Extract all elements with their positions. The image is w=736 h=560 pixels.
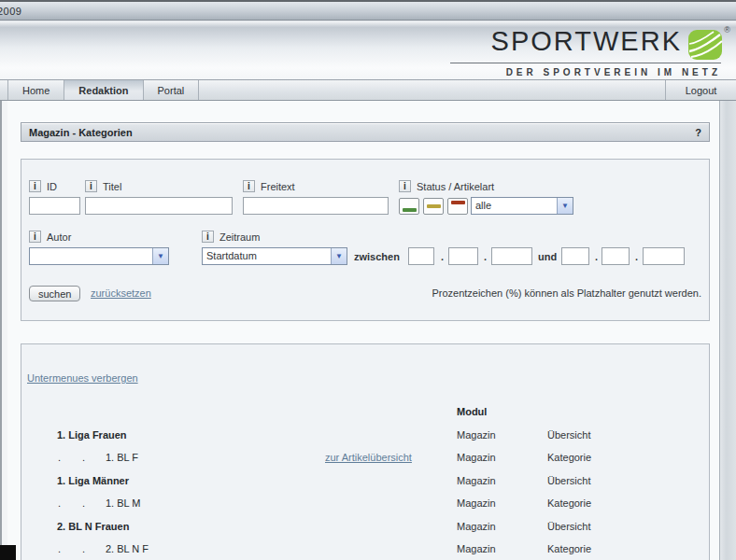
type-cell: Übersicht	[547, 521, 590, 532]
autor-label-group: i Autor	[29, 231, 71, 243]
date-from-day-input[interactable]	[408, 247, 434, 265]
chevron-down-icon: ▼	[152, 248, 168, 264]
date-to-day-input[interactable]	[561, 247, 589, 265]
help-button[interactable]: ?	[695, 127, 701, 138]
brand-tagline: DER SPORTVEREIN IM NETZ	[450, 63, 721, 77]
zuruecksetzen-link[interactable]: zurücksetzen	[91, 287, 151, 299]
zeitraum-label: Zeitraum	[219, 231, 260, 243]
info-icon[interactable]: i	[243, 180, 255, 192]
autor-select-value	[30, 248, 152, 264]
freitext-input[interactable]	[243, 197, 389, 215]
titel-label: Titel	[103, 181, 121, 192]
sub-level-dot: .	[82, 497, 85, 509]
titel-label-group: i Titel	[85, 180, 121, 192]
category-row: 1. Liga FrauenMagazinÜbersicht	[21, 429, 709, 444]
category-row: 2. BL N FrauenMagazinÜbersicht	[21, 521, 709, 536]
red-status-bar-icon	[451, 201, 465, 204]
registered-mark: ®	[724, 25, 730, 35]
date-from-month-input[interactable]	[448, 247, 478, 265]
id-label-group: i ID	[29, 180, 57, 192]
category-row: ..1. BL Fzur ArtikelübersichtMagazinKate…	[21, 452, 709, 467]
tab-portal[interactable]: Portal	[144, 80, 200, 100]
chevron-down-icon: ▼	[331, 248, 347, 264]
search-filter-panel: i ID i Titel i Freitext i Status / Artik…	[21, 159, 710, 321]
tabbar-spacer	[199, 80, 665, 100]
logout-button[interactable]: Logout	[665, 80, 736, 100]
date-dot: .	[595, 251, 598, 262]
modul-cell: Magazin	[457, 497, 496, 509]
category-name: 2. BL N F	[106, 543, 149, 554]
info-icon[interactable]: i	[202, 231, 214, 243]
type-cell: Kategorie	[547, 452, 591, 463]
autor-label: Autor	[47, 231, 71, 243]
id-label: ID	[47, 181, 57, 192]
status-green-toggle[interactable]	[399, 198, 419, 215]
wildcard-hint-text: Prozentzeichen (%) können als Platzhalte…	[432, 287, 701, 299]
zwischen-label: zwischen	[354, 251, 400, 262]
tab-redaktion[interactable]: Redaktion	[64, 80, 143, 100]
info-icon[interactable]: i	[85, 180, 97, 192]
modul-column-header: Modul	[457, 406, 487, 417]
info-icon[interactable]: i	[399, 180, 411, 192]
page-title-bar: Magazin - Kategorien ?	[21, 122, 710, 142]
date-to-month-input[interactable]	[602, 247, 630, 265]
page-title: Magazin - Kategorien	[29, 127, 133, 138]
content-area: Magazin - Kategorien ? i ID i Titel i Fr…	[7, 101, 719, 560]
info-icon[interactable]: i	[29, 231, 41, 243]
id-input[interactable]	[29, 197, 80, 215]
titel-input[interactable]	[85, 197, 233, 215]
category-row: 1. Liga MännerMagazinÜbersicht	[21, 475, 709, 490]
zeitraum-select-value: Startdatum	[203, 248, 331, 264]
modul-cell: Magazin	[457, 452, 496, 463]
status-yellow-toggle[interactable]	[423, 198, 444, 215]
date-dot: .	[484, 251, 487, 262]
date-dot: .	[635, 251, 638, 262]
artikelart-select-value: alle	[472, 198, 557, 214]
freitext-label-group: i Freitext	[243, 180, 295, 192]
freitext-label: Freitext	[261, 181, 295, 192]
status-red-toggle[interactable]	[447, 198, 468, 215]
page-left-gutter	[0, 101, 7, 560]
screen-corner-artifact	[0, 545, 16, 560]
category-name: 2. BL N Frauen	[57, 521, 129, 532]
main-nav-tabbar: HomeRedaktionPortal Logout	[0, 79, 736, 101]
header-band: SPORTWERK ® DER SPORTVEREIN IM NETZ	[0, 21, 736, 79]
info-icon[interactable]: i	[29, 180, 41, 192]
category-name: 1. Liga Frauen	[57, 429, 127, 441]
autor-select[interactable]: ▼	[29, 247, 169, 265]
hide-submenus-link[interactable]: Untermenues verbergen	[27, 372, 138, 384]
type-cell: Kategorie	[547, 543, 591, 554]
suchen-button[interactable]: suchen	[29, 286, 80, 301]
browser-titlebar: 2009	[0, 2, 736, 21]
type-cell: Übersicht	[547, 475, 590, 486]
category-name: 1. BL F	[106, 452, 138, 463]
artikelart-select[interactable]: alle ▼	[471, 197, 573, 215]
article-overview-link[interactable]: zur Artikelübersicht	[325, 452, 412, 463]
titlebar-text: 2009	[0, 6, 21, 17]
und-label: und	[538, 251, 557, 262]
type-cell: Übersicht	[547, 429, 590, 441]
date-to-year-input[interactable]	[643, 247, 685, 265]
category-name: 1. Liga Männer	[57, 475, 129, 486]
sportwerk-logo-text: SPORTWERK	[491, 26, 682, 57]
categories-panel: Untermenues verbergen Modul 1. Liga Frau…	[21, 343, 710, 560]
tab-home[interactable]: Home	[7, 80, 64, 100]
status-label-group: i Status / Artikelart	[399, 180, 494, 192]
zeitraum-label-group: i Zeitraum	[202, 231, 260, 243]
modul-cell: Magazin	[457, 429, 496, 441]
sub-level-dot: .	[58, 497, 61, 509]
sub-level-dot: .	[58, 452, 61, 463]
status-label: Status / Artikelart	[417, 181, 494, 192]
modul-cell: Magazin	[457, 475, 496, 486]
category-name: 1. BL M	[106, 497, 141, 509]
sub-level-dot: .	[82, 543, 85, 554]
page-right-gutter	[719, 101, 736, 560]
brand-lockup: SPORTWERK ® DER SPORTVEREIN IM NETZ	[357, 23, 730, 79]
date-from-year-input[interactable]	[491, 247, 532, 265]
type-cell: Kategorie	[547, 497, 591, 509]
green-status-bar-icon	[403, 208, 417, 212]
category-row: ..2. BL N FMagazinKategorie	[21, 543, 709, 558]
zeitraum-select[interactable]: Startdatum ▼	[202, 247, 347, 265]
modul-cell: Magazin	[457, 521, 496, 532]
sportwerk-leaf-icon	[687, 29, 723, 61]
